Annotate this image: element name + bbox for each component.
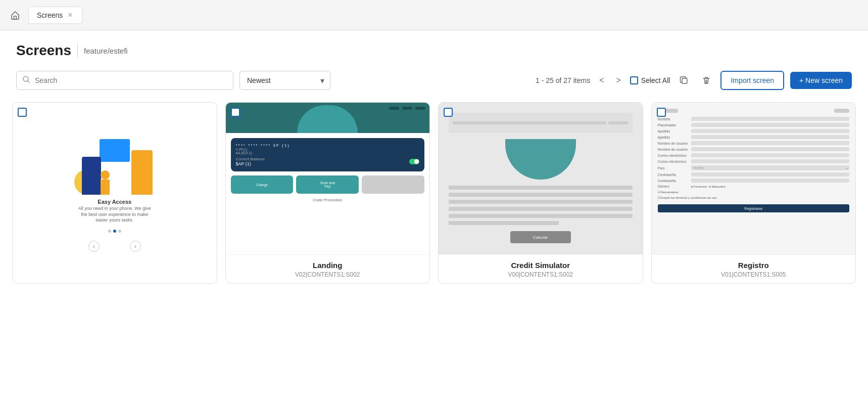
card-3-checkbox[interactable] <box>444 108 453 117</box>
card-landing[interactable]: **** **** **** 3F (1) ≡ #F(1) 6A (810.2)… <box>225 102 430 284</box>
card-registro[interactable]: Nombre Placeholder Apellido Apellido Nom… <box>651 102 856 284</box>
select-all-checkbox[interactable] <box>630 76 638 84</box>
card-1-footer: Onboarding Step 2 V01|CONTENTS1:S002 <box>13 283 217 284</box>
scan-btn: Scan andPay <box>296 175 359 194</box>
delete-button[interactable] <box>698 72 714 89</box>
landing-arch <box>297 105 358 133</box>
card-3-preview: Calcular <box>439 103 643 254</box>
card-4-checkbox-wrap <box>657 108 666 119</box>
charge-btn: Charge <box>231 175 294 194</box>
page-title: Screens <box>16 42 71 59</box>
card-3-footer: Credit Simulator V00|CONTENTS1:S002 <box>439 254 643 283</box>
registrarse-button: Registrarse <box>658 204 850 212</box>
landing-header <box>226 103 430 133</box>
credit-preview: Calcular <box>439 103 643 254</box>
svg-rect-0 <box>14 16 17 19</box>
balance-card: **** **** **** 3F (1) ≡ #F(1) 6A (810.2)… <box>231 138 425 171</box>
select-all-wrapper: Select All <box>630 76 670 84</box>
card-1-checkbox[interactable] <box>18 108 27 117</box>
onboarding-text-block: Easy Access All you need in your phone. … <box>78 199 151 224</box>
card-2-checkbox-wrap <box>231 108 240 119</box>
search-wrapper <box>16 71 233 90</box>
prev-page-button[interactable]: < <box>596 74 607 87</box>
sort-select[interactable]: Newest Oldest A-Z Z-A <box>239 71 330 90</box>
landing-nav <box>389 107 425 110</box>
card-2-preview: **** **** **** 3F (1) ≡ #F(1) 6A (810.2)… <box>226 103 430 254</box>
card-4-name: Registro <box>659 261 849 270</box>
tab-label: Screens <box>37 11 63 19</box>
svg-line-2 <box>28 81 30 83</box>
page-header: Screens feature/estefi <box>0 30 868 67</box>
new-screen-button[interactable]: + New screen <box>790 72 852 89</box>
cards-grid: Easy Access All you need in your phone. … <box>12 102 856 284</box>
onboarding-arrows: ‹ › <box>88 241 141 252</box>
card-4-id: V01|CONTENTS1:S005 <box>659 271 849 278</box>
card-3-name: Credit Simulator <box>446 261 636 270</box>
card-2-id: V02|CONTENTS1:S002 <box>233 271 423 278</box>
toolbar: Newest Oldest A-Z Z-A ▾ 1 - 25 of 27 ite… <box>0 67 868 98</box>
onboarding-dots <box>108 230 121 233</box>
search-input[interactable] <box>16 71 233 90</box>
card-4-checkbox[interactable] <box>657 108 666 117</box>
promo-label: Code Promotion <box>231 198 425 202</box>
card-1-preview: Easy Access All you need in your phone. … <box>13 103 217 283</box>
svg-rect-3 <box>682 78 687 83</box>
header-divider <box>77 43 78 58</box>
calcular-button: Calcular <box>510 231 571 243</box>
registro-preview: Nombre Placeholder Apellido Apellido Nom… <box>652 103 856 254</box>
card-1-checkbox-wrap <box>18 108 27 119</box>
card-2-footer: Landing V02|CONTENTS1:S002 <box>226 254 430 283</box>
cards-container: Easy Access All you need in your phone. … <box>0 98 868 398</box>
credit-form <box>449 186 633 225</box>
screens-tab[interactable]: Screens × <box>28 7 82 24</box>
registro-header-bar <box>658 109 850 113</box>
toggle-on <box>409 159 419 164</box>
top-bar: Screens × <box>0 0 868 30</box>
pagination-info: 1 - 25 of 27 items <box>536 76 590 84</box>
card-credit-simulator[interactable]: Calcular Credit Simulator V00|CONTENTS1:… <box>438 102 643 284</box>
next-page-button[interactable]: > <box>613 74 623 87</box>
card-2-name: Landing <box>233 261 423 270</box>
card-onboarding-step-2[interactable]: Easy Access All you need in your phone. … <box>12 102 217 284</box>
home-button[interactable] <box>6 6 24 24</box>
card-4-footer: Registro V01|CONTENTS1:S005 <box>652 254 856 283</box>
search-icon <box>22 75 30 85</box>
copy-button[interactable] <box>676 72 692 89</box>
landing-preview: **** **** **** 3F (1) ≡ #F(1) 6A (810.2)… <box>226 103 430 254</box>
credit-bubble <box>505 139 576 180</box>
sort-select-wrapper: Newest Oldest A-Z Z-A ▾ <box>239 71 330 90</box>
tab-close-button[interactable]: × <box>67 11 73 19</box>
import-screen-button[interactable]: Import screen <box>720 71 784 90</box>
onboarding-illustration <box>74 134 155 195</box>
branch-label: feature/estefi <box>84 47 128 55</box>
landing-body: **** **** **** 3F (1) ≡ #F(1) 6A (810.2)… <box>226 133 430 254</box>
card-3-checkbox-wrap <box>444 108 453 119</box>
card-3-id: V00|CONTENTS1:S002 <box>446 271 636 278</box>
registro-form: Nombre Placeholder Apellido Apellido Nom… <box>658 117 850 212</box>
more-btn <box>362 175 424 194</box>
card-4-preview: Nombre Placeholder Apellido Apellido Nom… <box>652 103 856 254</box>
card-2-checkbox[interactable] <box>231 108 240 117</box>
action-buttons: Charge Scan andPay <box>231 175 425 194</box>
main-content: Screens feature/estefi Newest Oldest A-Z… <box>0 30 868 398</box>
select-all-label: Select All <box>641 76 670 84</box>
